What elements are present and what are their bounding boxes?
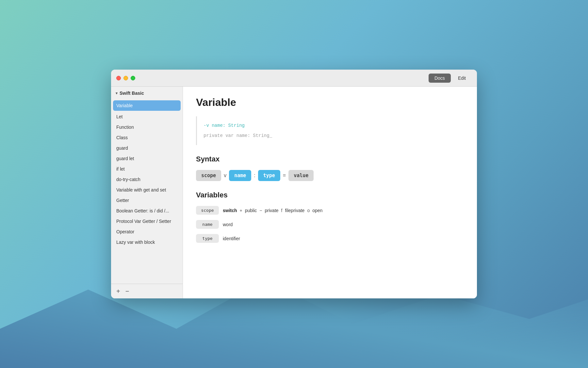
sidebar-item-getter[interactable]: Getter [111, 195, 183, 206]
chevron-down-icon: ▾ [116, 91, 118, 95]
sidebar-item-variable-get-set[interactable]: Variable with get and set [111, 185, 183, 195]
syntax-token-scope: scope [196, 170, 221, 181]
main-area: ▾ Swift Basic Variable Let Function Clas… [111, 87, 477, 298]
sidebar-item-boolean-getter[interactable]: Boolean Getter: is / did /... [111, 206, 183, 216]
sidebar-items-list: Variable Let Function Class guard guard … [111, 100, 183, 284]
syntax-token-value: value [288, 170, 314, 181]
var-label-type: type [196, 234, 219, 243]
scope-f: f [281, 208, 283, 213]
syntax-diagram: scope v name : type = value [196, 170, 464, 181]
code-output-line: private var name: String_ [204, 132, 457, 140]
var-values-name: word [223, 222, 233, 227]
sidebar-item-protocol-var[interactable]: Protocol Var Getter / Setter [111, 216, 183, 226]
syntax-token-name: name [229, 170, 251, 181]
var-row-scope: scope switch + public − private f filepr… [196, 206, 464, 215]
code-block: -v name: String private var name: String… [196, 116, 464, 145]
sidebar-item-guard-let[interactable]: guard let [111, 153, 183, 164]
app-window: Docs Edit ▾ Swift Basic Variable Let Fun… [111, 70, 477, 298]
sidebar-item-let[interactable]: Let [111, 111, 183, 122]
content-area: Variable -v name: String private var nam… [183, 87, 477, 298]
scope-minus: − [259, 208, 262, 213]
code-input-line: -v name: String [204, 122, 457, 130]
syntax-operator-equals: = [283, 173, 286, 178]
sidebar-item-do-try-catch[interactable]: do-try-catch [111, 174, 183, 185]
syntax-title: Syntax [196, 155, 464, 163]
titlebar: Docs Edit [111, 70, 477, 87]
minimize-button[interactable] [123, 76, 128, 80]
add-item-button[interactable]: + [116, 288, 120, 294]
sidebar-item-lazy-var[interactable]: Lazy var with block [111, 237, 183, 247]
type-identifier: identifier [223, 236, 240, 241]
sidebar-item-function[interactable]: Function [111, 122, 183, 132]
sidebar: ▾ Swift Basic Variable Let Function Clas… [111, 87, 183, 298]
sidebar-item-variable[interactable]: Variable [113, 100, 181, 111]
var-label-scope: scope [196, 206, 219, 215]
sidebar-footer: + − [111, 284, 183, 298]
sidebar-item-operator[interactable]: Operator [111, 226, 183, 237]
page-title: Variable [196, 96, 464, 109]
sidebar-header: ▾ Swift Basic [111, 87, 183, 100]
sidebar-title: Swift Basic [120, 91, 144, 96]
titlebar-buttons: Docs Edit [429, 74, 472, 83]
scope-switch: switch [223, 208, 237, 213]
syntax-operator-v: v [224, 173, 226, 178]
scope-o: o [307, 208, 310, 213]
var-values-type: identifier [223, 236, 240, 241]
scope-plus: + [240, 208, 242, 213]
docs-tab-button[interactable]: Docs [429, 74, 451, 83]
scope-public: public [245, 208, 257, 213]
sidebar-item-class[interactable]: Class [111, 132, 183, 143]
maximize-button[interactable] [131, 76, 135, 80]
name-word: word [223, 222, 233, 227]
var-values-scope: switch + public − private f fileprivate … [223, 208, 322, 213]
scope-open: open [312, 208, 322, 213]
scope-fileprivate: fileprivate [285, 208, 304, 213]
close-button[interactable] [116, 76, 121, 80]
edit-tab-button[interactable]: Edit [452, 74, 472, 83]
variables-title: Variables [196, 191, 464, 199]
syntax-operator-colon: : [254, 173, 255, 178]
sidebar-item-if-let[interactable]: if let [111, 164, 183, 174]
remove-item-button[interactable]: − [125, 288, 129, 294]
syntax-token-type: type [258, 170, 280, 181]
var-label-name: name [196, 220, 219, 229]
scope-private: private [265, 208, 279, 213]
var-row-type: type identifier [196, 234, 464, 243]
var-row-name: name word [196, 220, 464, 229]
traffic-lights [116, 76, 135, 80]
sidebar-item-guard[interactable]: guard [111, 143, 183, 153]
